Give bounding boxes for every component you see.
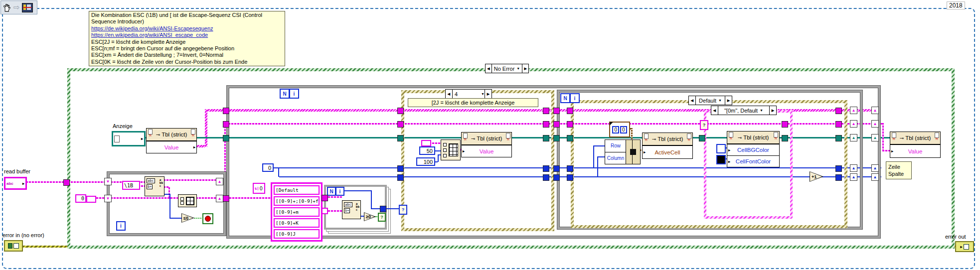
case-selector-style-inner[interactable]: ◀ "[0m", Default▼ ▶ [711,106,777,115]
shift-register-up[interactable]: ▲ [871,107,879,114]
property-node-display-write[interactable]: ?! ⊸Tbl (strict) ?! ▸Value [461,132,512,157]
constant-zero-number[interactable]: 0 [262,163,274,172]
previous-case-icon[interactable]: ◀ [689,96,696,105]
property-row-active-cell[interactable]: ▸ActiveCell [643,145,692,158]
tunnel-numeric[interactable] [397,174,404,181]
tunnel-string-array[interactable] [543,108,549,114]
regex-item[interactable]: [[0-9]+K [274,218,320,228]
tunnel-string[interactable] [553,121,560,128]
initialize-array-icon[interactable] [441,139,461,160]
case-selector-esc[interactable]: ◀ 4 ▼ ▶ [445,89,492,99]
hand-tool-icon[interactable] [2,3,11,12]
previous-case-icon[interactable]: ◀ [446,90,453,98]
tunnel-string-array[interactable] [553,108,560,114]
error-out-indicator[interactable]: ▸ [955,241,974,252]
bundle-node[interactable] [626,139,641,164]
diagram-tool-icon[interactable] [22,3,33,12]
regex-item[interactable]: [[0-9]+;[0-9]+f [274,196,320,206]
iteration-terminal[interactable]: i [116,221,126,231]
case-selector-default[interactable]: ◀ Default▼ ▶ [688,96,732,105]
tunnel-reference[interactable] [835,135,842,141]
shift-register-up[interactable]: ▲ [216,178,223,185]
constant-init-cols[interactable]: 100 [416,157,435,166]
property-row-cell-font[interactable]: ▸CellFontColor [727,155,779,167]
cluster-constant-position[interactable]: 0 0 [609,122,630,137]
shift-register-up[interactable]: ▲ [871,134,879,141]
tunnel-numeric[interactable] [380,206,386,212]
property-node-display-read[interactable]: ?! ⊸ Tbl (strict) ?! Value▸ [146,128,197,153]
shift-register-up[interactable]: ▲ [216,195,223,202]
constant-empty-string[interactable] [421,140,431,146]
control-ref-anzeige[interactable]: ▸ [112,131,146,146]
shift-register-up[interactable]: ▲ [850,173,857,181]
case-selector-terminal[interactable]: ? [399,205,407,215]
tunnel-string-array[interactable] [397,108,404,114]
tunnel-reference[interactable] [553,135,560,141]
tunnel-numeric[interactable] [543,165,549,172]
shift-register-up[interactable]: ▲ [850,107,857,114]
cluster-value[interactable]: 0 [620,126,627,134]
tunnel-string[interactable] [782,121,788,128]
tunnel-numeric[interactable] [553,174,560,181]
shift-register-up[interactable]: ▲ [850,164,857,172]
property-node-active-cell[interactable]: ?! ⊸Tbl (strict) ?! ▸ActiveCell [642,133,693,159]
shift-register-up[interactable]: ▲ [850,134,857,141]
previous-case-icon[interactable]: ◀ [486,64,492,73]
dropdown-icon[interactable]: ▼ [481,90,485,98]
tunnel-auto-index[interactable] [322,208,328,214]
tunnel-string[interactable] [543,121,549,128]
regex-item[interactable]: [[0-9]+m [274,207,320,217]
tunnel-reference[interactable] [782,135,788,141]
array-index-display[interactable]: ⇅ 0 [253,183,265,194]
iteration-terminal[interactable]: i [570,93,580,103]
shift-register-up[interactable]: ▲ [871,173,879,181]
tunnel-string[interactable] [835,121,842,128]
shift-register-down[interactable]: ▼ [104,178,112,185]
index-scroll-icon[interactable]: ⇅ [254,187,258,190]
property-node-cell-colors[interactable]: ?! ⊸Tbl (strict) ?! ▸CellBGColor ▸CellFo… [727,131,780,167]
wiki-link-de[interactable]: https://de.wikipedia.org/wiki/ANSI-Escap… [91,25,283,32]
regex-item[interactable]: [[0-9]J [274,229,320,239]
loop-stop-terminal[interactable] [202,213,213,224]
constant-escape[interactable]: \1B [122,181,140,190]
tunnel-reference[interactable] [567,135,573,141]
constant-init-rows[interactable]: 50 [419,146,435,155]
match-pattern-icon[interactable]: abcb+ abbc [145,176,164,196]
match-pattern-icon[interactable]: abcb+ abbc [342,200,361,219]
property-row-value[interactable]: ▸Value [890,144,940,157]
case-selector-terminal[interactable]: ? [700,120,708,130]
tunnel-numeric[interactable] [835,165,842,172]
tunnel-numeric[interactable] [543,174,549,181]
property-row-value[interactable]: Value▸ [147,141,196,153]
tunnel-string-array[interactable] [835,108,842,114]
constant-empty-string[interactable] [86,196,96,203]
tunnel-string[interactable] [397,121,404,128]
tunnel-reference[interactable] [543,135,549,141]
shift-register-up[interactable]: ▲ [850,120,857,128]
tunnel-numeric[interactable] [397,165,404,172]
next-case-icon[interactable]: ▶ [725,96,732,105]
tunnel-string[interactable] [223,121,229,128]
tunnel-string[interactable] [322,195,328,201]
string-control-read-buffer[interactable]: abc ▸ [4,177,27,190]
loop-count-terminal[interactable]: N [280,89,290,99]
tunnel-numeric[interactable] [567,165,573,172]
tunnel-numeric[interactable] [567,174,573,181]
tunnel-reference[interactable] [397,135,404,141]
loop-count-terminal[interactable]: N [560,93,570,103]
conditional-terminal[interactable]: ? [378,213,386,222]
bundle-name-list[interactable]: Row Column [605,139,627,164]
build-array-icon[interactable] [178,194,197,207]
tunnel-numeric[interactable] [835,174,842,181]
regex-array-constant[interactable]: [Default [[0-9]+;[0-9]+f [[0-9]+m [[0-9]… [271,182,323,242]
shift-register-up[interactable]: ▲ [871,120,879,128]
bundle-row-label[interactable]: Row [605,140,626,152]
tunnel-numeric[interactable] [553,165,560,172]
color-box-black[interactable] [716,155,726,164]
bundle-column-label[interactable]: Column [605,152,626,164]
dropdown-icon[interactable]: ▼ [760,109,763,112]
constant-zero-string[interactable]: 0 [75,194,86,203]
next-case-icon[interactable]: ▶ [485,90,491,98]
wiki-link-en[interactable]: https://en.wikipedia.org/wiki/ANSI_escap… [91,32,283,38]
dropdown-icon[interactable]: ▼ [718,99,722,102]
